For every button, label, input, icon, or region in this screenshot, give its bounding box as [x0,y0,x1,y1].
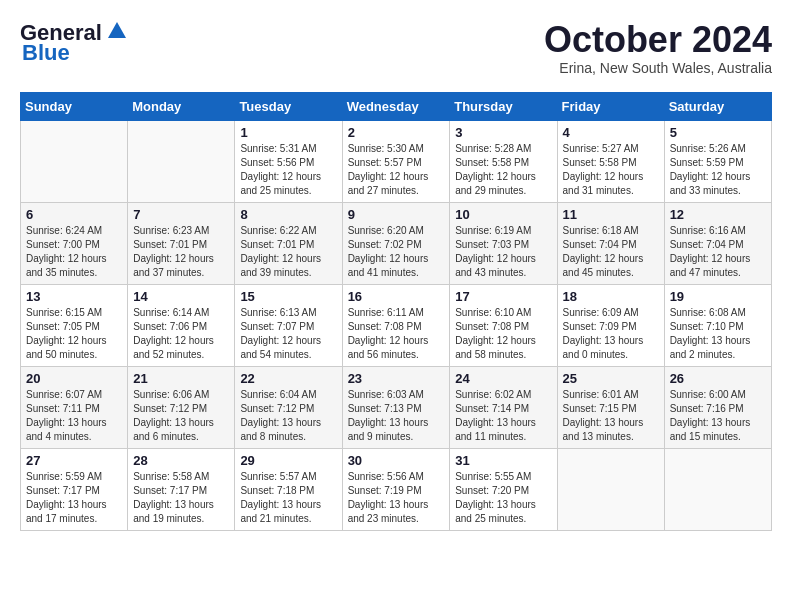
day-info: Sunrise: 5:58 AM Sunset: 7:17 PM Dayligh… [133,470,229,526]
calendar-cell: 22Sunrise: 6:04 AM Sunset: 7:12 PM Dayli… [235,366,342,448]
day-info: Sunrise: 6:24 AM Sunset: 7:00 PM Dayligh… [26,224,122,280]
logo: General Blue [20,20,128,66]
calendar-cell: 27Sunrise: 5:59 AM Sunset: 7:17 PM Dayli… [21,448,128,530]
day-number: 7 [133,207,229,222]
calendar-cell: 8Sunrise: 6:22 AM Sunset: 7:01 PM Daylig… [235,202,342,284]
day-number: 24 [455,371,551,386]
calendar-cell: 11Sunrise: 6:18 AM Sunset: 7:04 PM Dayli… [557,202,664,284]
day-number: 21 [133,371,229,386]
day-header-tuesday: Tuesday [235,92,342,120]
day-info: Sunrise: 5:55 AM Sunset: 7:20 PM Dayligh… [455,470,551,526]
day-number: 23 [348,371,445,386]
day-number: 29 [240,453,336,468]
calendar-cell: 26Sunrise: 6:00 AM Sunset: 7:16 PM Dayli… [664,366,771,448]
day-info: Sunrise: 6:23 AM Sunset: 7:01 PM Dayligh… [133,224,229,280]
day-number: 14 [133,289,229,304]
day-number: 12 [670,207,766,222]
month-title: October 2024 [544,20,772,60]
day-number: 11 [563,207,659,222]
calendar-body: 1Sunrise: 5:31 AM Sunset: 5:56 PM Daylig… [21,120,772,530]
day-number: 25 [563,371,659,386]
day-info: Sunrise: 6:13 AM Sunset: 7:07 PM Dayligh… [240,306,336,362]
calendar-cell: 17Sunrise: 6:10 AM Sunset: 7:08 PM Dayli… [450,284,557,366]
calendar-cell: 30Sunrise: 5:56 AM Sunset: 7:19 PM Dayli… [342,448,450,530]
calendar-cell: 2Sunrise: 5:30 AM Sunset: 5:57 PM Daylig… [342,120,450,202]
calendar-cell: 1Sunrise: 5:31 AM Sunset: 5:56 PM Daylig… [235,120,342,202]
day-info: Sunrise: 6:04 AM Sunset: 7:12 PM Dayligh… [240,388,336,444]
calendar-cell: 20Sunrise: 6:07 AM Sunset: 7:11 PM Dayli… [21,366,128,448]
calendar-header: SundayMondayTuesdayWednesdayThursdayFrid… [21,92,772,120]
day-info: Sunrise: 6:06 AM Sunset: 7:12 PM Dayligh… [133,388,229,444]
day-number: 10 [455,207,551,222]
day-info: Sunrise: 6:15 AM Sunset: 7:05 PM Dayligh… [26,306,122,362]
title-block: October 2024 Erina, New South Wales, Aus… [544,20,772,76]
calendar-cell: 3Sunrise: 5:28 AM Sunset: 5:58 PM Daylig… [450,120,557,202]
day-number: 8 [240,207,336,222]
calendar-cell: 14Sunrise: 6:14 AM Sunset: 7:06 PM Dayli… [128,284,235,366]
day-info: Sunrise: 6:16 AM Sunset: 7:04 PM Dayligh… [670,224,766,280]
calendar-cell [128,120,235,202]
day-info: Sunrise: 6:11 AM Sunset: 7:08 PM Dayligh… [348,306,445,362]
calendar-week-2: 6Sunrise: 6:24 AM Sunset: 7:00 PM Daylig… [21,202,772,284]
day-number: 30 [348,453,445,468]
calendar-week-3: 13Sunrise: 6:15 AM Sunset: 7:05 PM Dayli… [21,284,772,366]
day-info: Sunrise: 6:10 AM Sunset: 7:08 PM Dayligh… [455,306,551,362]
calendar-cell: 29Sunrise: 5:57 AM Sunset: 7:18 PM Dayli… [235,448,342,530]
day-info: Sunrise: 5:57 AM Sunset: 7:18 PM Dayligh… [240,470,336,526]
day-header-monday: Monday [128,92,235,120]
calendar-week-1: 1Sunrise: 5:31 AM Sunset: 5:56 PM Daylig… [21,120,772,202]
calendar-table: SundayMondayTuesdayWednesdayThursdayFrid… [20,92,772,531]
day-info: Sunrise: 6:14 AM Sunset: 7:06 PM Dayligh… [133,306,229,362]
page-header: General Blue October 2024 Erina, New Sou… [20,20,772,76]
day-info: Sunrise: 5:27 AM Sunset: 5:58 PM Dayligh… [563,142,659,198]
calendar-week-5: 27Sunrise: 5:59 AM Sunset: 7:17 PM Dayli… [21,448,772,530]
day-number: 27 [26,453,122,468]
days-of-week-row: SundayMondayTuesdayWednesdayThursdayFrid… [21,92,772,120]
calendar-cell: 15Sunrise: 6:13 AM Sunset: 7:07 PM Dayli… [235,284,342,366]
calendar-week-4: 20Sunrise: 6:07 AM Sunset: 7:11 PM Dayli… [21,366,772,448]
calendar-cell: 12Sunrise: 6:16 AM Sunset: 7:04 PM Dayli… [664,202,771,284]
calendar-cell: 9Sunrise: 6:20 AM Sunset: 7:02 PM Daylig… [342,202,450,284]
day-number: 26 [670,371,766,386]
logo-blue: Blue [22,40,70,66]
day-number: 6 [26,207,122,222]
day-info: Sunrise: 5:56 AM Sunset: 7:19 PM Dayligh… [348,470,445,526]
day-info: Sunrise: 6:18 AM Sunset: 7:04 PM Dayligh… [563,224,659,280]
day-info: Sunrise: 5:28 AM Sunset: 5:58 PM Dayligh… [455,142,551,198]
calendar-cell: 5Sunrise: 5:26 AM Sunset: 5:59 PM Daylig… [664,120,771,202]
day-number: 19 [670,289,766,304]
calendar-cell: 18Sunrise: 6:09 AM Sunset: 7:09 PM Dayli… [557,284,664,366]
day-info: Sunrise: 5:31 AM Sunset: 5:56 PM Dayligh… [240,142,336,198]
calendar-cell: 10Sunrise: 6:19 AM Sunset: 7:03 PM Dayli… [450,202,557,284]
calendar-cell: 21Sunrise: 6:06 AM Sunset: 7:12 PM Dayli… [128,366,235,448]
svg-marker-0 [108,22,126,38]
day-info: Sunrise: 5:30 AM Sunset: 5:57 PM Dayligh… [348,142,445,198]
day-header-saturday: Saturday [664,92,771,120]
day-info: Sunrise: 5:26 AM Sunset: 5:59 PM Dayligh… [670,142,766,198]
day-number: 31 [455,453,551,468]
day-header-wednesday: Wednesday [342,92,450,120]
calendar-cell [21,120,128,202]
calendar-cell: 28Sunrise: 5:58 AM Sunset: 7:17 PM Dayli… [128,448,235,530]
calendar-cell: 25Sunrise: 6:01 AM Sunset: 7:15 PM Dayli… [557,366,664,448]
day-info: Sunrise: 6:20 AM Sunset: 7:02 PM Dayligh… [348,224,445,280]
calendar-cell [557,448,664,530]
calendar-cell: 16Sunrise: 6:11 AM Sunset: 7:08 PM Dayli… [342,284,450,366]
day-info: Sunrise: 6:22 AM Sunset: 7:01 PM Dayligh… [240,224,336,280]
day-number: 17 [455,289,551,304]
day-info: Sunrise: 6:07 AM Sunset: 7:11 PM Dayligh… [26,388,122,444]
calendar-cell: 23Sunrise: 6:03 AM Sunset: 7:13 PM Dayli… [342,366,450,448]
calendar-cell: 4Sunrise: 5:27 AM Sunset: 5:58 PM Daylig… [557,120,664,202]
day-info: Sunrise: 6:09 AM Sunset: 7:09 PM Dayligh… [563,306,659,362]
day-header-thursday: Thursday [450,92,557,120]
calendar-cell: 7Sunrise: 6:23 AM Sunset: 7:01 PM Daylig… [128,202,235,284]
day-number: 16 [348,289,445,304]
day-info: Sunrise: 6:02 AM Sunset: 7:14 PM Dayligh… [455,388,551,444]
day-info: Sunrise: 6:01 AM Sunset: 7:15 PM Dayligh… [563,388,659,444]
day-number: 28 [133,453,229,468]
day-header-sunday: Sunday [21,92,128,120]
calendar-cell [664,448,771,530]
day-number: 15 [240,289,336,304]
day-number: 13 [26,289,122,304]
calendar-cell: 31Sunrise: 5:55 AM Sunset: 7:20 PM Dayli… [450,448,557,530]
